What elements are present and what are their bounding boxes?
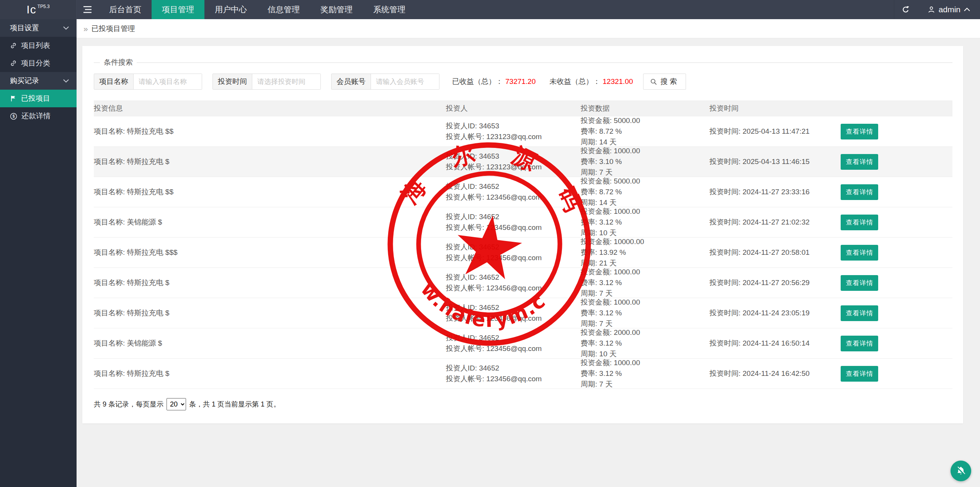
chevron-down-icon xyxy=(63,26,69,30)
project-name: 美锦能源 $ xyxy=(127,218,162,226)
view-detail-button[interactable]: 查看详情 xyxy=(841,154,878,170)
view-detail-button[interactable]: 查看详情 xyxy=(841,215,878,230)
invest-amount: 5000.00 xyxy=(614,116,640,125)
sidebar-toggle-button[interactable] xyxy=(77,0,99,19)
period: 21 天 xyxy=(599,259,616,267)
view-detail-button[interactable]: 查看详情 xyxy=(841,184,878,200)
cell-actions: 查看详情 xyxy=(841,336,952,351)
view-detail-button[interactable]: 查看详情 xyxy=(841,124,878,139)
invest-time: 2024-11-27 23:33:16 xyxy=(743,188,810,196)
cell-investment-info: 项目名称: 特斯拉充电 $ xyxy=(94,369,446,379)
member-account-field-group: 会员账号 xyxy=(331,74,439,90)
investor-account: 123456@qq.com xyxy=(486,284,542,292)
member-account-input[interactable] xyxy=(371,74,439,89)
project-name: 特斯拉充电 $ xyxy=(127,157,170,166)
user-menu[interactable]: admin xyxy=(918,0,980,19)
fee-rate: 8.72 % xyxy=(599,127,622,135)
view-detail-button[interactable]: 查看详情 xyxy=(841,336,878,351)
cell-investment-info: 项目名称: 美锦能源 $ xyxy=(94,338,446,348)
search-button[interactable]: 搜索 xyxy=(643,74,686,90)
cell-investment-info: 项目名称: 美锦能源 $ xyxy=(94,217,446,227)
invest-time: 2025-04-13 11:47:21 xyxy=(743,127,810,135)
sidebar-item-invested-projects[interactable]: 已投项目 xyxy=(0,90,77,107)
view-detail-button[interactable]: 查看详情 xyxy=(841,305,878,321)
project-name: 特斯拉充电 $$$ xyxy=(127,248,178,256)
pagination-prefix: 共 9 条记录，每页显示 xyxy=(94,400,163,409)
table-row: 项目名称: 特斯拉充电 $投资人ID: 34652投资人帐号: 123456@q… xyxy=(94,298,952,328)
cell-actions: 查看详情 xyxy=(841,124,952,139)
unearned-total-value: 12321.00 xyxy=(603,77,633,85)
cell-actions: 查看详情 xyxy=(841,154,952,170)
project-name: 特斯拉充电 $$ xyxy=(127,188,173,196)
cell-investment-time: 投资时间: 2024-11-24 16:50:14 xyxy=(709,338,841,348)
project-name: 特斯拉充电 $ xyxy=(127,279,170,287)
project-name: 美锦能源 $ xyxy=(127,339,162,347)
nav-item-users[interactable]: 用户中心 xyxy=(204,0,257,19)
cell-investor: 投资人ID: 34652投资人帐号: 123456@qq.com xyxy=(446,333,581,354)
sidebar-item-repayment-details[interactable]: $ 还款详情 xyxy=(0,107,77,125)
sidebar-item-label: 已投项目 xyxy=(21,93,69,103)
link-icon xyxy=(10,42,17,49)
table-row: 项目名称: 特斯拉充电 $$投资人ID: 34653投资人帐号: 123123@… xyxy=(94,116,952,147)
project-name-field-group: 项目名称 xyxy=(94,74,202,90)
cell-investment-time: 投资时间: 2024-11-24 23:05:19 xyxy=(709,308,841,318)
view-detail-button[interactable]: 查看详情 xyxy=(841,275,878,291)
topbar-right: admin xyxy=(894,0,980,19)
table-row: 项目名称: 特斯拉充电 $投资人ID: 34652投资人帐号: 123456@q… xyxy=(94,359,952,389)
nav-item-projects[interactable]: 项目管理 xyxy=(152,0,204,19)
notifications-off-button[interactable] xyxy=(951,461,971,481)
header-investment-info: 投资信息 xyxy=(94,103,446,113)
header-investor: 投资人 xyxy=(446,103,581,113)
invest-time-input[interactable] xyxy=(252,74,320,89)
project-name-input[interactable] xyxy=(134,74,202,89)
cell-investment-info: 项目名称: 特斯拉充电 $$ xyxy=(94,126,446,136)
table-row: 项目名称: 特斯拉充电 $投资人ID: 34652投资人帐号: 123456@q… xyxy=(94,268,952,298)
fee-rate: 3.12 % xyxy=(599,369,622,377)
cell-investor: 投资人ID: 34652投资人帐号: 123456@qq.com xyxy=(446,242,581,263)
invest-time: 2025-04-13 11:46:15 xyxy=(743,157,810,166)
investor-id: 34652 xyxy=(479,303,499,312)
invest-amount: 2000.00 xyxy=(614,328,640,336)
period: 7 天 xyxy=(599,289,612,297)
refresh-button[interactable] xyxy=(894,0,918,19)
unearned-total: 未收益（总）：12321.00 xyxy=(549,77,633,87)
cell-investment-data: 投资金额: 10000.00费率: 13.92 %周期: 21 天 xyxy=(581,236,709,269)
page-size-select[interactable]: 20 xyxy=(167,398,186,410)
nav-item-rewards[interactable]: 奖励管理 xyxy=(310,0,363,19)
view-detail-button[interactable]: 查看详情 xyxy=(841,366,878,382)
investor-account: 123456@qq.com xyxy=(486,193,542,201)
sidebar-item-label: 项目列表 xyxy=(21,41,69,51)
sidebar-group-purchase-records[interactable]: 购买记录 xyxy=(0,72,77,90)
cell-investment-info: 项目名称: 特斯拉充电 $$$ xyxy=(94,248,446,257)
sidebar-item-project-list[interactable]: 项目列表 xyxy=(0,37,77,54)
investor-account: 123456@qq.com xyxy=(486,344,542,353)
cell-investor: 投资人ID: 34652投资人帐号: 123456@qq.com xyxy=(446,212,581,233)
sidebar-group-project-settings[interactable]: 项目设置 xyxy=(0,19,77,37)
cell-investor: 投资人ID: 34652投资人帐号: 123456@qq.com xyxy=(446,363,581,384)
dollar-circle-icon: $ xyxy=(10,113,17,120)
cell-investment-data: 投资金额: 5000.00费率: 8.72 %周期: 14 天 xyxy=(581,115,709,148)
investor-id: 34652 xyxy=(479,213,499,221)
nav-item-system[interactable]: 系统管理 xyxy=(363,0,416,19)
fee-rate: 13.92 % xyxy=(599,248,626,256)
nav-item-information[interactable]: 信息管理 xyxy=(257,0,310,19)
invest-amount: 1000.00 xyxy=(614,207,640,215)
period: 7 天 xyxy=(599,380,612,388)
investor-id: 34652 xyxy=(479,243,499,251)
period: 7 天 xyxy=(599,168,612,176)
table-row: 项目名称: 美锦能源 $投资人ID: 34652投资人帐号: 123456@qq… xyxy=(94,207,952,238)
view-detail-button[interactable]: 查看详情 xyxy=(841,245,878,261)
invest-time: 2024-11-24 16:42:50 xyxy=(743,369,810,377)
cell-investor: 投资人ID: 34652投资人帐号: 123456@qq.com xyxy=(446,272,581,294)
sidebar-item-project-category[interactable]: 项目分类 xyxy=(0,54,77,72)
cell-investment-data: 投资金额: 5000.00费率: 8.72 %周期: 14 天 xyxy=(581,176,709,208)
investor-id: 34653 xyxy=(479,152,499,160)
nav-item-dashboard[interactable]: 后台首页 xyxy=(99,0,152,19)
cell-actions: 查看详情 xyxy=(841,366,952,382)
breadcrumb: » 已投项目管理 xyxy=(77,19,980,38)
invest-amount: 5000.00 xyxy=(614,177,640,185)
search-icon xyxy=(650,78,657,85)
sidebar-item-label: 项目分类 xyxy=(21,58,69,68)
invest-time-label: 投资时间 xyxy=(213,74,252,89)
search-button-label: 搜索 xyxy=(661,77,679,87)
